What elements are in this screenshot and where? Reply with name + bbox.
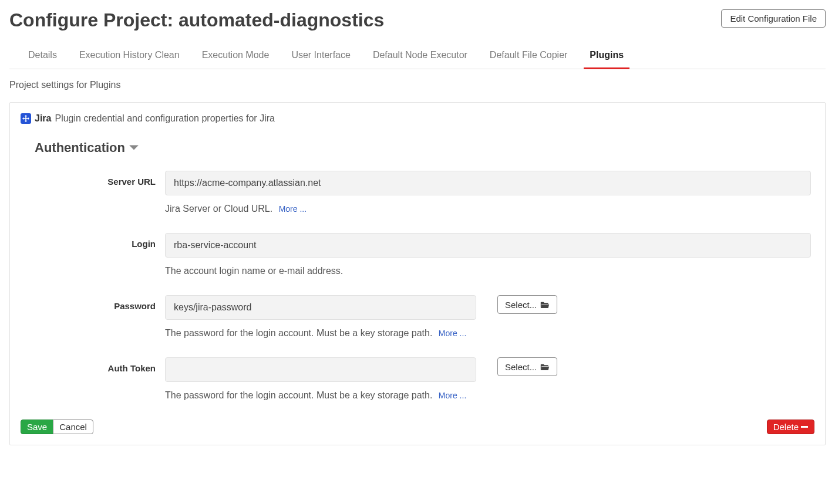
tab-plugins[interactable]: Plugins xyxy=(590,43,624,69)
tab-default-node-executor[interactable]: Default Node Executor xyxy=(373,43,467,69)
minus-icon xyxy=(801,426,808,428)
plugin-header: Jira Plugin credential and configuration… xyxy=(21,113,814,124)
auth-token-select-button[interactable]: Select... xyxy=(497,357,557,376)
plugin-name: Jira xyxy=(35,113,51,124)
tab-user-interface[interactable]: User Interface xyxy=(291,43,350,69)
tab-default-file-copier[interactable]: Default File Copier xyxy=(490,43,568,69)
section-title: Authentication xyxy=(35,140,125,155)
cancel-button[interactable]: Cancel xyxy=(53,420,93,434)
page-title: Configure Project: automated-diagnostics xyxy=(9,9,384,31)
plugin-panel: Jira Plugin credential and configuration… xyxy=(9,102,826,445)
password-select-button[interactable]: Select... xyxy=(497,295,557,314)
server-url-input[interactable] xyxy=(165,171,811,195)
folder-open-icon xyxy=(540,363,550,371)
jira-icon xyxy=(21,113,31,124)
folder-open-icon xyxy=(540,301,550,309)
plugin-description: Plugin credential and configuration prop… xyxy=(55,113,274,124)
tab-execution-mode[interactable]: Execution Mode xyxy=(202,43,270,69)
edit-config-button[interactable]: Edit Configuration File xyxy=(721,9,826,28)
settings-description: Project settings for Plugins xyxy=(9,80,826,90)
server-url-help: Jira Server or Cloud URL. More ... xyxy=(165,204,811,214)
login-input[interactable] xyxy=(165,233,811,258)
server-url-more-link[interactable]: More ... xyxy=(279,204,307,214)
delete-button[interactable]: Delete xyxy=(767,420,814,434)
chevron-down-icon xyxy=(129,143,139,153)
tab-execution-history-clean[interactable]: Execution History Clean xyxy=(79,43,180,69)
tabs: Details Execution History Clean Executio… xyxy=(9,43,826,69)
tab-details[interactable]: Details xyxy=(28,43,57,69)
auth-token-input[interactable] xyxy=(165,357,476,382)
password-more-link[interactable]: More ... xyxy=(439,329,466,338)
auth-token-label: Auth Token xyxy=(21,357,165,401)
save-button[interactable]: Save xyxy=(21,420,53,434)
login-label: Login xyxy=(21,233,165,276)
auth-token-more-link[interactable]: More ... xyxy=(439,391,466,400)
password-label: Password xyxy=(21,295,165,339)
section-authentication-toggle[interactable]: Authentication xyxy=(35,140,814,155)
password-input[interactable] xyxy=(165,295,476,320)
server-url-label: Server URL xyxy=(21,171,165,214)
login-help: The account login name or e-mail address… xyxy=(165,266,811,276)
auth-token-help: The password for the login account. Must… xyxy=(165,390,811,401)
password-help: The password for the login account. Must… xyxy=(165,328,811,339)
